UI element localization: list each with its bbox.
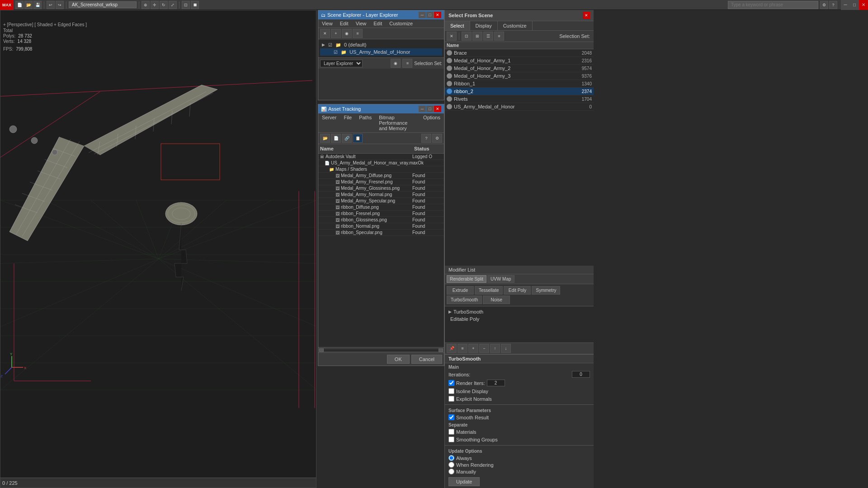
- edit-poly-button[interactable]: Edit Poly: [504, 286, 531, 295]
- move-icon[interactable]: ✛: [151, 1, 159, 9]
- asset-row-tex6[interactable]: 🖼 ribbon_Diffuse.png Found: [318, 204, 444, 211]
- asset-dialog-close[interactable]: ✕: [434, 106, 441, 112]
- ts-render-iters-checkbox[interactable]: [448, 380, 454, 386]
- scene-item-medal3[interactable]: Medal_of_Honor_Army_3 9376: [445, 72, 594, 80]
- asset-row-tex5[interactable]: 🖼 Medal_Army_Specular.png Found: [318, 198, 444, 204]
- asset-scrollbar-h[interactable]: [318, 347, 444, 352]
- asset-ok-button[interactable]: OK: [387, 355, 410, 364]
- asset-cancel-button[interactable]: Cancel: [411, 355, 442, 364]
- asset-row-tex2[interactable]: 🖼 Medal_Army_Fresnel.png Found: [318, 179, 444, 185]
- maximize-button[interactable]: □: [850, 0, 859, 10]
- tab-display[interactable]: Display: [470, 21, 498, 30]
- ts-smoothing-groups-checkbox[interactable]: [448, 436, 454, 442]
- mod-down-btn[interactable]: ↓: [501, 344, 511, 353]
- ts-radio-when-rendering-input[interactable]: [448, 462, 454, 468]
- layer-menu-view2[interactable]: View: [352, 19, 370, 28]
- scene-item-medal2[interactable]: Medal_of_Honor_Army_2 9574: [445, 65, 594, 72]
- help-icon[interactable]: ?: [829, 1, 837, 9]
- scene-toolbar-filter3[interactable]: ☰: [483, 32, 493, 41]
- mod-list-btn[interactable]: ≡: [458, 344, 467, 353]
- scene-item-rivets[interactable]: Rivets 1704: [445, 95, 594, 103]
- scene-toolbar-filter1[interactable]: ⊡: [462, 32, 472, 41]
- layer-footer-btn2[interactable]: ≡: [402, 59, 412, 68]
- ts-radio-manually-input[interactable]: [448, 469, 454, 474]
- asset-toolbar-btn2[interactable]: 📄: [331, 134, 341, 143]
- layer-dialog-close[interactable]: ✕: [434, 12, 441, 18]
- asset-toolbar-settings[interactable]: ⚙: [432, 134, 442, 143]
- scene-item-usamoh[interactable]: US_Army_Medal_of_Honor 0: [445, 103, 594, 111]
- scene-item-ribbon2[interactable]: ribbon_2 2374: [445, 88, 594, 95]
- asset-dialog-maximize[interactable]: □: [426, 106, 434, 112]
- layer-item-0[interactable]: ▶ ☑ 📁 0 (default): [320, 41, 442, 48]
- tab-select[interactable]: Select: [445, 21, 470, 30]
- scale-icon[interactable]: ⤢: [169, 1, 177, 9]
- asset-row-vault[interactable]: 🏛 Autodesk Vault Logged O: [318, 154, 444, 160]
- layer-toolbar-btn1[interactable]: ✕: [320, 29, 330, 38]
- scene-toolbar-filter4[interactable]: ≡: [494, 32, 504, 41]
- asset-menu-paths[interactable]: Paths: [355, 113, 375, 132]
- layer-footer-btn1[interactable]: ◉: [391, 59, 401, 68]
- layer-dialog-maximize[interactable]: □: [426, 12, 434, 18]
- asset-menu-options[interactable]: Options: [420, 113, 444, 132]
- asset-row-maxfile[interactable]: 📄 US_Army_Medal_of_Honor_max_vray.max Ok: [318, 160, 444, 166]
- layer-menu-edit[interactable]: Edit: [336, 19, 352, 28]
- ts-materials-checkbox[interactable]: [448, 429, 454, 435]
- ts-radio-always-input[interactable]: [448, 455, 454, 461]
- layer-toolbar-btn3[interactable]: ◉: [342, 29, 352, 38]
- asset-toolbar-btn3[interactable]: 🔗: [342, 134, 352, 143]
- search-input[interactable]: [728, 1, 818, 9]
- ts-update-button[interactable]: Update: [448, 477, 480, 486]
- layer-menu-customize[interactable]: Customize: [386, 19, 416, 28]
- asset-toolbar-btn4[interactable]: 📋: [353, 134, 363, 143]
- ts-render-iters-input[interactable]: [487, 380, 505, 386]
- scene-item-medal1[interactable]: Medal_of_Honor_Army_1 2316: [445, 57, 594, 65]
- symmetry-button[interactable]: Symmetry: [532, 286, 560, 295]
- noise-button[interactable]: Noise: [483, 296, 510, 304]
- scene-panel-close[interactable]: ✕: [583, 12, 590, 19]
- layer-item-1[interactable]: ☑ 📁 US_Army_Medal_of_Honor: [320, 48, 442, 56]
- tab-customize[interactable]: Customize: [498, 21, 533, 30]
- redo-icon[interactable]: ↪: [56, 1, 64, 9]
- ts-smooth-result-checkbox[interactable]: [448, 414, 454, 420]
- stack-item-turbosmooth[interactable]: ▶ TurboSmooth: [447, 308, 592, 315]
- asset-row-tex8[interactable]: 🖼 ribbon_Glossiness.png Found: [318, 217, 444, 223]
- asset-toolbar-help[interactable]: ?: [421, 134, 431, 143]
- asset-dialog-minimize[interactable]: ─: [419, 106, 426, 112]
- scene-item-brace[interactable]: Brace 2048: [445, 49, 594, 57]
- asset-row-tex7[interactable]: 🖼 ribbon_Fresnel.png Found: [318, 211, 444, 217]
- close-button[interactable]: ✕: [859, 0, 868, 10]
- layer-menu-view[interactable]: View: [318, 19, 336, 28]
- minimize-button[interactable]: ─: [841, 0, 850, 10]
- layer-toolbar-btn2[interactable]: +: [331, 29, 341, 38]
- extrude-button[interactable]: Extrude: [447, 286, 474, 295]
- asset-row-maps[interactable]: 📁 Maps / Shaders: [318, 166, 444, 173]
- reference-icon[interactable]: ⊡: [182, 1, 190, 9]
- scene-toolbar-filter2[interactable]: ⊞: [472, 32, 482, 41]
- rotate-icon[interactable]: ↻: [160, 1, 168, 9]
- scene-toolbar-close[interactable]: ✕: [447, 32, 457, 41]
- ts-iterations-input[interactable]: [572, 371, 590, 378]
- layer-dialog-minimize[interactable]: ─: [419, 12, 426, 18]
- asset-row-tex3[interactable]: 🖼 Medal_Army_Glossiness.png Found: [318, 185, 444, 192]
- asset-menu-bitmap[interactable]: Bitmap Performance and Memory: [375, 113, 420, 132]
- asset-row-tex9[interactable]: 🖼 ribbon_Normal.png Found: [318, 223, 444, 230]
- asset-menu-server[interactable]: Server: [318, 113, 340, 132]
- new-icon[interactable]: 📄: [15, 1, 24, 9]
- snap-icon[interactable]: 🔲: [191, 1, 199, 9]
- mod-pin-btn[interactable]: 📌: [447, 344, 457, 353]
- mod-del-btn[interactable]: −: [479, 344, 489, 353]
- layer-toolbar-btn4[interactable]: ≡: [353, 29, 363, 38]
- asset-toolbar-btn1[interactable]: 📂: [320, 134, 330, 143]
- stack-item-editpoly[interactable]: Editable Poly: [447, 315, 592, 323]
- ts-isoline-checkbox[interactable]: [448, 388, 454, 394]
- tessellate-button[interactable]: Tessellate: [475, 286, 503, 295]
- mod-up-btn[interactable]: ↑: [490, 344, 500, 353]
- renderable-split-btn[interactable]: Renderable Split: [447, 275, 486, 283]
- asset-row-tex1[interactable]: 🖼 Medal_Army_Diffuse.png Found: [318, 173, 444, 179]
- turbosmooth-button[interactable]: TurboSmooth: [447, 296, 482, 304]
- asset-menu-file[interactable]: File: [340, 113, 355, 132]
- open-icon[interactable]: 📂: [24, 1, 33, 9]
- undo-icon[interactable]: ↩: [47, 1, 55, 9]
- layer-dropdown[interactable]: Layer Explorer: [320, 60, 363, 67]
- save-icon[interactable]: 💾: [33, 1, 42, 9]
